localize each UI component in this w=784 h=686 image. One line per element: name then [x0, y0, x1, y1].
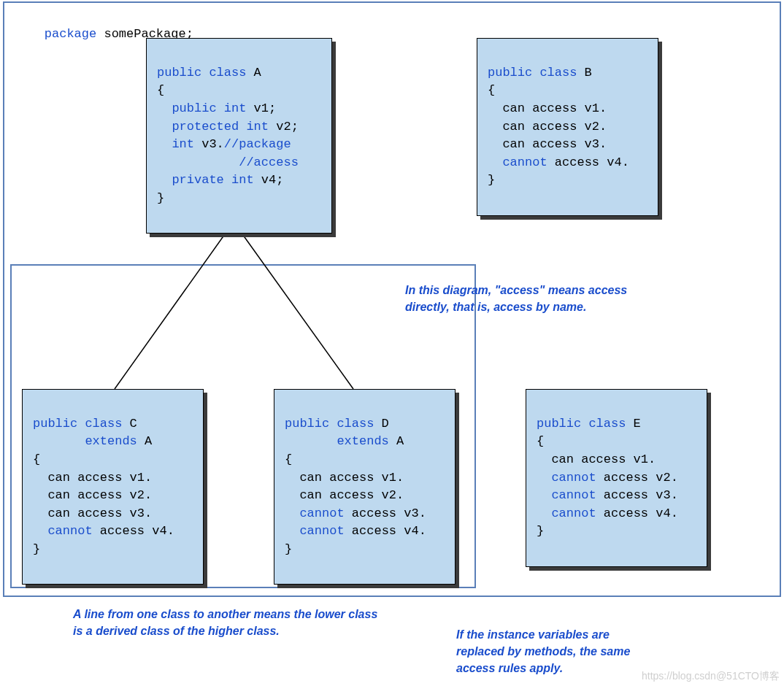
class-e-box: public class E { can access v1. cannot a…	[526, 389, 707, 567]
txt: access v2.	[596, 471, 678, 485]
txt: can access v2.	[285, 488, 404, 502]
txt: can access v1.	[285, 471, 404, 485]
kw: protected int	[157, 120, 269, 134]
txt: v3.	[194, 137, 224, 151]
kw: cannot	[537, 488, 596, 502]
txt: can access v1.	[33, 471, 152, 485]
txt: A	[137, 434, 152, 448]
txt: C	[122, 417, 137, 431]
keyword-package: package	[45, 27, 96, 41]
kw: public class	[157, 66, 246, 80]
txt: access v4.	[596, 506, 678, 520]
note-access-meaning: In this diagram, "access" means access d…	[405, 282, 719, 315]
txt: can access v3.	[488, 137, 607, 151]
txt: {	[33, 452, 40, 466]
txt: {	[285, 452, 292, 466]
txt: access v3.	[596, 488, 678, 502]
diagram-canvas: package somePackage; public class A { pu…	[0, 0, 784, 686]
kw: public int	[157, 101, 246, 115]
txt: }	[157, 191, 164, 205]
note-line-meaning: A line from one class to another means t…	[73, 606, 453, 639]
txt: can access v3.	[33, 506, 152, 520]
kw: public class	[285, 417, 374, 431]
class-a-box: public class A { public int v1; protecte…	[146, 38, 332, 234]
txt: {	[537, 434, 544, 448]
txt: access v3.	[345, 506, 426, 520]
txt: v1;	[246, 101, 276, 115]
txt: }	[285, 542, 292, 556]
txt: }	[488, 173, 495, 187]
txt: v2;	[269, 120, 299, 134]
txt: can access v2.	[488, 120, 607, 134]
txt: A	[246, 66, 261, 80]
txt: access v4.	[93, 524, 174, 538]
kw: public class	[488, 66, 577, 80]
kw: cannot	[537, 471, 596, 485]
kw: int	[157, 137, 194, 151]
txt: can access v1.	[537, 452, 656, 466]
kw: extends	[285, 434, 389, 448]
kw: cannot	[285, 524, 345, 538]
class-d-box: public class D extends A { can access v1…	[274, 389, 456, 585]
watermark: https://blog.csdn@51CTO博客	[642, 668, 780, 683]
kw: private int	[157, 173, 254, 187]
txt: }	[33, 542, 40, 556]
txt: can access v2.	[33, 488, 152, 502]
kw: cannot	[33, 524, 93, 538]
kw: public class	[33, 417, 122, 431]
txt: v4;	[254, 173, 284, 187]
comment: //access	[157, 155, 299, 169]
class-c-box: public class C extends A { can access v1…	[22, 389, 204, 585]
kw: cannot	[488, 155, 547, 169]
comment: //package	[224, 137, 291, 151]
class-b-box: public class B { can access v1. can acce…	[477, 38, 658, 216]
txt: A	[389, 434, 404, 448]
txt: }	[537, 524, 544, 538]
txt: B	[577, 66, 591, 80]
kw: public class	[537, 417, 626, 431]
txt: {	[488, 83, 495, 97]
txt: E	[626, 417, 640, 431]
txt: {	[157, 83, 164, 97]
txt: access v4.	[345, 524, 426, 538]
txt: D	[374, 417, 388, 431]
kw: cannot	[537, 506, 596, 520]
txt: access v4.	[547, 155, 629, 169]
txt: can access v1.	[488, 101, 607, 115]
kw: extends	[33, 434, 137, 448]
kw: cannot	[285, 506, 345, 520]
